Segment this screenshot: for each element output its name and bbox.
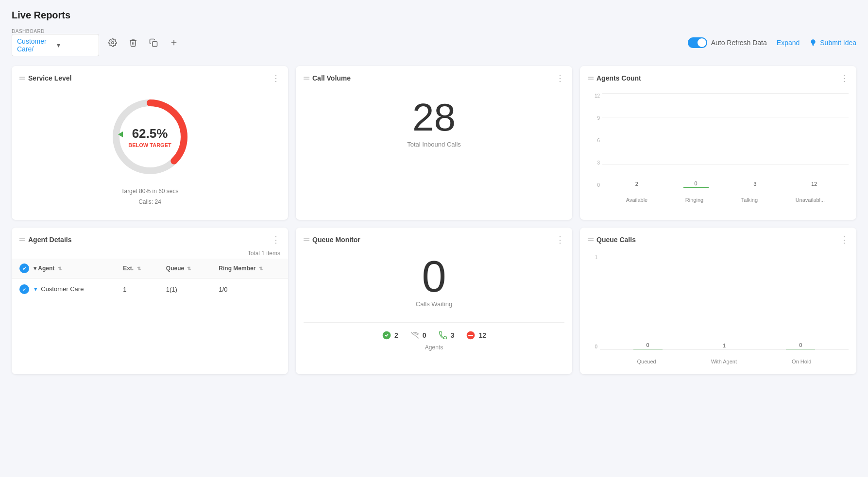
call-volume-number: 28 — [412, 98, 456, 137]
sort-ring-icon: ⇅ — [259, 266, 263, 271]
agents-count-header: Agents Count ⋮ — [588, 74, 849, 82]
card-menu-queue-monitor[interactable]: ⋮ — [556, 235, 564, 244]
card-menu-agent-details[interactable]: ⋮ — [272, 235, 280, 244]
card-menu-call-volume[interactable]: ⋮ — [556, 74, 564, 82]
card-menu-queue-calls[interactable]: ⋮ — [840, 235, 849, 244]
drag-handle-ad[interactable] — [19, 238, 25, 241]
card-menu-service-level[interactable]: ⋮ — [272, 74, 280, 82]
drag-handle-cv[interactable] — [304, 77, 309, 80]
bar-available: 2 — [624, 181, 649, 188]
toolbar-icons — [105, 35, 182, 50]
col-header-queue[interactable]: Queue ⇅ — [158, 259, 211, 279]
x-label-talking: Talking — [741, 197, 758, 203]
bar-value-talking: 3 — [753, 181, 756, 187]
row-checkbox[interactable]: ✓ — [19, 284, 29, 294]
donut-status: BELOW TARGET — [128, 142, 171, 148]
qc-x-label-queued: Queued — [637, 359, 656, 364]
drag-handle-qm[interactable] — [304, 238, 309, 241]
collapse-arrow[interactable]: ▾ — [34, 285, 37, 293]
agents-count-card: Agents Count ⋮ 12 9 6 3 0 — [580, 66, 856, 220]
qc-y-tick-1: 1 — [595, 255, 597, 260]
call-volume-card: Call Volume ⋮ 28 Total Inbound Calls — [296, 66, 572, 220]
top-grid: Service Level ⋮ 62.5% BEL — [12, 66, 856, 220]
y-tick-0: 0 — [597, 182, 600, 188]
toggle-switch[interactable] — [688, 37, 707, 48]
agents-count-chart: 12 9 6 3 0 2 — [588, 88, 849, 205]
auto-refresh-toggle: Auto Refresh Data — [688, 37, 767, 48]
queue-calls-waiting-label: Calls Waiting — [416, 300, 452, 308]
service-level-content: 62.5% BELOW TARGET Target 80% in 60 secs… — [19, 88, 280, 212]
add-icon[interactable] — [166, 35, 182, 50]
missed-call-icon — [410, 330, 420, 340]
service-info: Target 80% in 60 secs Calls: 24 — [121, 186, 178, 207]
x-label-unavailable: Unavailabl... — [796, 197, 825, 203]
qc-bar-onhold: 0 — [786, 342, 815, 349]
svg-rect-1 — [153, 41, 157, 46]
col-header-ring-member[interactable]: Ring Member ⇅ — [211, 259, 288, 279]
queue-stat-blocked-value: 12 — [478, 331, 486, 339]
drag-handle-qc[interactable] — [588, 238, 594, 241]
qc-bar-value-withagent: 1 — [723, 343, 726, 348]
blocked-icon — [466, 330, 476, 340]
queue-monitor-title: Queue Monitor — [304, 236, 360, 244]
qc-x-label-withagent: With Agent — [711, 359, 737, 364]
queue-stat-active: 3 — [438, 330, 455, 340]
y-tick-12: 12 — [595, 93, 600, 99]
agent-details-title: Agent Details — [19, 236, 71, 244]
qc-bar-value-onhold: 0 — [799, 342, 802, 348]
submit-idea-label: Submit Idea — [820, 39, 856, 47]
dashboard-value: Customer Care/ — [17, 37, 54, 53]
active-call-icon — [438, 330, 448, 340]
y-tick-3: 3 — [597, 160, 600, 165]
call-volume-header: Call Volume ⋮ — [304, 74, 564, 82]
dashboard-dropdown[interactable]: Customer Care/ ▾ — [12, 34, 99, 56]
sort-agent-icon: ⇅ — [58, 266, 62, 271]
delete-icon[interactable] — [125, 35, 141, 50]
qc-bar-onhold-rect — [786, 349, 815, 349]
service-level-title: Service Level — [19, 74, 72, 82]
qc-bar-value-queued: 0 — [647, 342, 649, 348]
svg-point-0 — [112, 41, 114, 44]
agent-details-card: Agent Details ⋮ Total 1 items ✓ ▾ Agent … — [12, 228, 288, 374]
dashboard-selector: DASHBOARD Customer Care/ ▾ — [12, 29, 99, 56]
col-header-agent[interactable]: ✓ ▾ Agent ⇅ — [12, 259, 115, 279]
copy-icon[interactable] — [146, 35, 161, 50]
settings-icon[interactable] — [105, 35, 120, 50]
bar-value-ringing: 0 — [695, 181, 698, 186]
queue-calls-card: Queue Calls ⋮ 1 0 — [580, 228, 856, 374]
donut-center: 62.5% BELOW TARGET — [128, 126, 171, 148]
y-tick-9: 9 — [597, 115, 600, 121]
service-target: Target 80% in 60 secs — [121, 186, 178, 197]
chevron-down-icon: ▾ — [57, 41, 94, 49]
queue-calls-waiting-number: 0 — [422, 255, 446, 298]
toolbar-right: Auto Refresh Data Expand Submit Idea — [688, 37, 856, 48]
col-select-all[interactable]: ✓ — [19, 263, 29, 273]
bar-talking: 3 — [742, 181, 767, 188]
y-tick-6: 6 — [597, 138, 600, 143]
agent-table: ✓ ▾ Agent ⇅ Ext. ⇅ Queue ⇅ Ring Member ⇅… — [12, 259, 288, 300]
drag-handle-ac[interactable] — [588, 77, 594, 80]
qc-x-label-onhold: On Hold — [792, 359, 811, 364]
card-menu-agents-count[interactable]: ⋮ — [840, 74, 849, 82]
col-header-ext[interactable]: Ext. ⇅ — [115, 259, 158, 279]
queue-monitor-content: 0 Calls Waiting — [304, 250, 564, 313]
service-level-header: Service Level ⋮ — [19, 74, 280, 82]
bar-ringing-rect — [683, 187, 709, 188]
queue-stat-missed-value: 0 — [423, 331, 426, 339]
expand-button[interactable]: Expand — [777, 39, 800, 47]
agent-queue: 1(1) — [158, 279, 211, 300]
bottom-grid: Agent Details ⋮ Total 1 items ✓ ▾ Agent … — [12, 228, 856, 374]
queue-monitor-header: Queue Monitor ⋮ — [304, 235, 564, 244]
agent-ring-member: 1/0 — [211, 279, 288, 300]
x-label-available: Available — [626, 197, 647, 203]
agent-ext: 1 — [115, 279, 158, 300]
submit-idea-button[interactable]: Submit Idea — [809, 39, 856, 47]
drag-handle[interactable] — [19, 77, 25, 80]
service-calls: Calls: 24 — [121, 197, 178, 208]
auto-refresh-label: Auto Refresh Data — [711, 39, 767, 47]
queue-stats: 2 0 3 — [304, 322, 564, 340]
queue-stat-available-value: 2 — [394, 331, 398, 339]
queue-calls-title: Queue Calls — [588, 236, 636, 244]
qc-bar-queued: 0 — [633, 342, 663, 349]
toolbar-left: DASHBOARD Customer Care/ ▾ — [12, 29, 182, 56]
